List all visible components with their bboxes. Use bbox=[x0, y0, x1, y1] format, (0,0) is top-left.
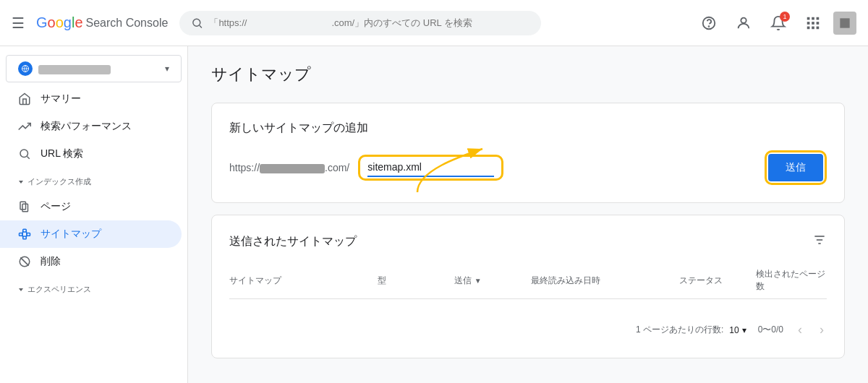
table-footer: 1 ページあたりの行数: 10 ▾ 0〜0/0 ‹ › bbox=[229, 311, 827, 340]
pages-label: ページ bbox=[41, 200, 71, 213]
svg-rect-12 bbox=[812, 26, 814, 29]
col-last-read: 最終読み込み日時 bbox=[531, 268, 673, 293]
section-experience: エクスペリエンス bbox=[0, 278, 187, 301]
svg-rect-13 bbox=[817, 26, 820, 29]
svg-line-25 bbox=[22, 231, 23, 234]
table-header: サイトマップ 型 送信 ▼ 最終読み込み日時 ステータス 検出されたページ数 bbox=[229, 262, 827, 299]
sidebar-item-pages[interactable]: ページ bbox=[0, 193, 182, 220]
svg-line-17 bbox=[27, 156, 29, 158]
header-icons: 1 bbox=[694, 9, 856, 38]
rows-dropdown-arrow: ▾ bbox=[742, 325, 746, 335]
page-range: 0〜0/0 bbox=[758, 324, 783, 336]
svg-line-27 bbox=[26, 231, 27, 234]
submit-btn-container: 送信 bbox=[765, 150, 827, 185]
url-inspection-label: URL 検索 bbox=[41, 147, 83, 160]
sidebar: ▾ サマリー 検索パフォーマンス URL 検索 インデックス作成 bbox=[0, 46, 188, 383]
col-status: ステータス bbox=[679, 268, 750, 293]
submit-btn-highlight: 送信 bbox=[765, 150, 827, 185]
summary-label: サマリー bbox=[41, 92, 81, 106]
col-submit[interactable]: 送信 ▼ bbox=[454, 268, 525, 293]
sidebar-item-summary[interactable]: サマリー bbox=[0, 85, 182, 113]
svg-rect-21 bbox=[20, 233, 23, 236]
rows-per-page: 1 ページあたりの行数: 10 ▾ bbox=[636, 324, 746, 336]
svg-rect-22 bbox=[23, 229, 27, 232]
sitemap-input[interactable] bbox=[367, 158, 494, 177]
account-button[interactable] bbox=[729, 9, 758, 38]
sitemap-icon bbox=[17, 228, 32, 241]
col-pages-label: 検出されたページ数 bbox=[756, 268, 827, 293]
sort-icon: ▼ bbox=[475, 277, 482, 285]
svg-point-4 bbox=[741, 17, 746, 22]
filter-icon[interactable] bbox=[812, 233, 827, 251]
svg-line-30 bbox=[20, 257, 28, 265]
sitemap-input-highlight bbox=[358, 155, 503, 181]
col-type-label: 型 bbox=[378, 275, 386, 287]
sitemap-input-container bbox=[358, 155, 503, 181]
rows-select[interactable]: 10 ▾ bbox=[729, 325, 746, 335]
help-button[interactable] bbox=[694, 9, 723, 38]
svg-point-16 bbox=[20, 150, 28, 158]
page-title: サイトマップ bbox=[211, 64, 845, 85]
property-dropdown-arrow: ▾ bbox=[165, 64, 169, 74]
sitemap-label: サイトマップ bbox=[41, 228, 101, 241]
col-status-label: ステータス bbox=[679, 275, 723, 287]
col-last-read-label: 最終読み込み日時 bbox=[531, 275, 600, 287]
svg-line-1 bbox=[200, 25, 202, 27]
svg-rect-9 bbox=[812, 22, 814, 25]
url-prefix-label: https://.com/ bbox=[229, 162, 349, 173]
app-logo: Google Search Console bbox=[36, 14, 168, 31]
section-experience-label: エクスペリエンス bbox=[27, 284, 91, 295]
prev-page-button[interactable]: ‹ bbox=[795, 319, 805, 340]
property-icon bbox=[18, 61, 33, 76]
notification-badge: 1 bbox=[780, 12, 790, 22]
svg-rect-24 bbox=[27, 233, 30, 236]
submitted-sitemaps-title: 送信されたサイトマップ bbox=[229, 234, 357, 249]
svg-line-28 bbox=[26, 234, 27, 238]
col-sitemap: サイトマップ bbox=[229, 268, 372, 293]
avatar[interactable] bbox=[833, 12, 856, 35]
svg-rect-6 bbox=[812, 17, 814, 20]
app-header: ☰ Google Search Console 1 bbox=[0, 0, 868, 46]
home-icon bbox=[17, 92, 32, 106]
apps-button[interactable] bbox=[799, 9, 827, 38]
svg-rect-10 bbox=[817, 22, 820, 25]
notifications-button[interactable]: 1 bbox=[764, 9, 793, 38]
add-sitemap-card: 新しいサイトマップの追加 https://.com/ 送信 bbox=[211, 103, 845, 203]
search-icon bbox=[191, 17, 203, 30]
svg-rect-8 bbox=[807, 22, 810, 25]
table-body-empty bbox=[229, 299, 827, 311]
removal-icon bbox=[17, 255, 32, 268]
search-input[interactable] bbox=[209, 17, 529, 28]
svg-rect-23 bbox=[23, 236, 27, 239]
app-name-label: Search Console bbox=[86, 17, 169, 30]
svg-point-0 bbox=[193, 19, 200, 26]
add-sitemap-row: https://.com/ 送信 bbox=[229, 150, 827, 185]
col-sitemap-label: サイトマップ bbox=[229, 275, 281, 287]
trending-icon bbox=[17, 120, 32, 133]
main-content: サイトマップ 新しいサイトマップの追加 https://.com/ bbox=[188, 46, 868, 383]
col-type: 型 bbox=[378, 268, 448, 293]
sidebar-item-search-performance[interactable]: 検索パフォーマンス bbox=[0, 113, 182, 140]
next-page-button[interactable]: › bbox=[817, 319, 827, 340]
submitted-sitemaps-header: 送信されたサイトマップ bbox=[229, 233, 827, 251]
svg-marker-18 bbox=[19, 181, 23, 184]
sidebar-item-url-inspection[interactable]: URL 検索 bbox=[0, 140, 182, 168]
sidebar-item-removal[interactable]: 削除 bbox=[0, 248, 182, 275]
pages-icon bbox=[17, 200, 32, 213]
svg-point-3 bbox=[709, 26, 710, 27]
submitted-sitemaps-card: 送信されたサイトマップ サイトマップ 型 送信 ▼ 最終読み込み日時 bbox=[211, 215, 845, 358]
svg-marker-31 bbox=[19, 288, 23, 291]
main-layout: ▾ サマリー 検索パフォーマンス URL 検索 インデックス作成 bbox=[0, 46, 868, 383]
sidebar-item-sitemap[interactable]: サイトマップ bbox=[0, 220, 182, 248]
svg-line-26 bbox=[22, 234, 23, 238]
rows-value: 10 bbox=[729, 325, 739, 335]
search-box[interactable] bbox=[179, 11, 541, 35]
section-index: インデックス作成 bbox=[0, 171, 187, 193]
property-selector[interactable]: ▾ bbox=[6, 55, 182, 82]
search-icon-sidebar bbox=[17, 147, 32, 160]
submit-button[interactable]: 送信 bbox=[768, 154, 823, 181]
col-submit-label: 送信 bbox=[454, 275, 472, 287]
svg-rect-5 bbox=[807, 17, 810, 20]
menu-icon[interactable]: ☰ bbox=[12, 14, 25, 32]
svg-rect-7 bbox=[817, 17, 820, 20]
